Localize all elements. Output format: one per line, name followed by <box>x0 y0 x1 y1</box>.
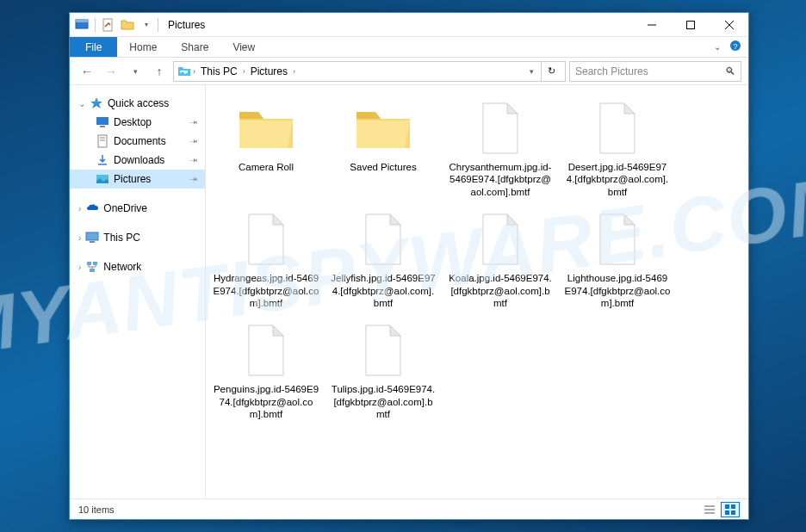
file-item[interactable]: Chrysanthemum.jpg.id-5469E974.[dfgkbtprz… <box>445 94 555 201</box>
chevron-right-icon[interactable]: › <box>293 67 295 76</box>
titlebar: ▾ Pictures <box>70 13 748 37</box>
addressbar: ← → ▾ ↑ › This PC › Pictures › ▾ ↻ Searc… <box>70 58 748 85</box>
view-details-button[interactable] <box>700 502 719 517</box>
minimize-button[interactable] <box>632 13 671 37</box>
item-count: 10 items <box>78 504 115 515</box>
breadcrumb-pictures[interactable]: Pictures <box>247 65 291 77</box>
sidebar-item-label: This PC <box>103 232 140 244</box>
star-icon <box>90 96 103 110</box>
item-label: Hydrangeas.jpg.id-5469E974.[dfgkbtprz@ao… <box>213 272 319 309</box>
file-item[interactable]: Hydrangeas.jpg.id-5469E974.[dfgkbtprz@ao… <box>211 205 321 312</box>
sidebar-item-label: OneDrive <box>103 202 147 214</box>
folder-item[interactable]: Camera Roll <box>211 94 321 201</box>
file-icon <box>586 208 648 270</box>
chevron-right-icon[interactable]: › <box>243 67 245 76</box>
svg-rect-4 <box>686 22 694 29</box>
svg-rect-19 <box>87 262 91 265</box>
ribbon-expand-icon[interactable]: ⌄ <box>714 42 721 52</box>
maximize-button[interactable] <box>671 13 710 37</box>
sidebar-item-documents[interactable]: Documents 📌︎ <box>70 132 205 151</box>
explorer-window: ▾ Pictures File Home Share View ⌄ ? ← → … <box>69 12 749 520</box>
folder-icon <box>235 97 297 159</box>
file-item[interactable]: Lighthouse.jpg.id-5469E974.[dfgkbtprz@ao… <box>562 205 673 312</box>
file-item[interactable]: Koala.jpg.id-5469E974.[dfgkbtprz@aol.com… <box>445 205 555 312</box>
item-label: Koala.jpg.id-5469E974.[dfgkbtprz@aol.com… <box>447 272 554 309</box>
qat-dropdown-icon[interactable]: ▾ <box>138 16 155 34</box>
close-button[interactable] <box>710 13 748 37</box>
file-item[interactable]: Tulips.jpg.id-5469E974.[dfgkbtprz@aol.co… <box>328 316 438 424</box>
sidebar-item-quick-access[interactable]: ⌄ Quick access <box>70 94 205 113</box>
forward-button[interactable]: → <box>101 61 121 82</box>
address-dropdown-icon[interactable]: ▾ <box>526 67 537 76</box>
tab-share[interactable]: Share <box>169 37 220 57</box>
svg-rect-27 <box>725 510 729 515</box>
svg-rect-26 <box>731 504 735 509</box>
search-icon: 🔍︎ <box>725 65 735 77</box>
chevron-right-icon: › <box>78 263 81 272</box>
tab-file[interactable]: File <box>70 37 117 57</box>
window-controls <box>632 13 748 36</box>
sidebar-item-label: Network <box>103 261 141 273</box>
view-icons-button[interactable] <box>721 502 740 517</box>
file-icon <box>352 319 414 381</box>
svg-rect-12 <box>98 135 107 147</box>
statusbar: 10 items <box>70 498 748 519</box>
svg-rect-21 <box>90 269 95 272</box>
file-item[interactable]: Penguins.jpg.id-5469E974.[dfgkbtprz@aol.… <box>211 316 321 424</box>
ribbon-tabs: File Home Share View ⌄ ? <box>70 37 748 58</box>
sidebar-item-label: Documents <box>114 135 166 147</box>
file-item[interactable]: Jellyfish.jpg.id-5469E974.[dfgkbtprz@aol… <box>328 205 438 312</box>
search-placeholder: Search Pictures <box>575 65 648 77</box>
item-label: Desert.jpg.id-5469E974.[dfgkbtprz@aol.co… <box>564 161 671 198</box>
folder-item[interactable]: Saved Pictures <box>328 94 438 201</box>
svg-rect-10 <box>96 117 108 125</box>
sidebar-item-label: Desktop <box>114 116 152 128</box>
svg-rect-1 <box>76 20 88 22</box>
svg-rect-18 <box>90 241 95 243</box>
file-icon <box>469 208 531 270</box>
up-button[interactable]: ↑ <box>149 61 170 82</box>
help-icon[interactable]: ? <box>729 40 741 55</box>
tab-view[interactable]: View <box>220 37 267 57</box>
downloads-icon <box>96 153 109 167</box>
tab-home[interactable]: Home <box>117 37 169 57</box>
items-view[interactable]: Camera RollSaved PicturesChrysanthemum.j… <box>206 85 748 498</box>
chevron-right-icon[interactable]: › <box>193 67 195 76</box>
chevron-right-icon: › <box>78 204 81 213</box>
item-label: Saved Pictures <box>350 161 416 173</box>
pin-icon: 📌︎ <box>188 154 201 167</box>
sidebar-item-pictures[interactable]: Pictures 📌︎ <box>70 170 205 189</box>
svg-rect-17 <box>86 232 98 240</box>
sidebar-item-label: Quick access <box>108 97 169 109</box>
sidebar-item-desktop[interactable]: Desktop 📌︎ <box>70 113 205 132</box>
explorer-icon[interactable] <box>73 16 90 34</box>
navigation-pane: ⌄ Quick access Desktop 📌︎ Documents 📌︎ D… <box>70 85 206 498</box>
content-area: ⌄ Quick access Desktop 📌︎ Documents 📌︎ D… <box>70 85 748 498</box>
sidebar-item-this-pc[interactable]: › This PC <box>70 228 205 247</box>
svg-text:?: ? <box>733 41 737 50</box>
sidebar-item-network[interactable]: › Network <box>70 257 205 276</box>
properties-icon[interactable] <box>100 16 117 34</box>
quick-access-toolbar: ▾ <box>70 13 155 36</box>
back-button[interactable]: ← <box>77 61 97 82</box>
svg-rect-25 <box>725 504 729 509</box>
svg-rect-11 <box>100 126 105 127</box>
refresh-button[interactable]: ↻ <box>541 62 561 81</box>
search-input[interactable]: Search Pictures 🔍︎ <box>569 61 741 82</box>
sidebar-item-onedrive[interactable]: › OneDrive <box>70 199 205 218</box>
breadcrumb-thispc[interactable]: This PC <box>197 65 241 77</box>
item-label: Jellyfish.jpg.id-5469E974.[dfgkbtprz@aol… <box>330 272 437 309</box>
item-label: Lighthouse.jpg.id-5469E974.[dfgkbtprz@ao… <box>564 272 671 309</box>
pin-icon: 📌︎ <box>188 173 201 186</box>
folder-icon <box>352 97 414 159</box>
chevron-down-icon: ⌄ <box>78 99 85 108</box>
folder-icon[interactable] <box>119 16 136 34</box>
recent-dropdown[interactable]: ▾ <box>125 61 146 82</box>
item-label: Camera Roll <box>239 161 294 173</box>
breadcrumb[interactable]: › This PC › Pictures › ▾ ↻ <box>173 61 566 82</box>
item-label: Penguins.jpg.id-5469E974.[dfgkbtprz@aol.… <box>213 383 319 420</box>
sidebar-item-downloads[interactable]: Downloads 📌︎ <box>70 151 205 170</box>
file-item[interactable]: Desert.jpg.id-5469E974.[dfgkbtprz@aol.co… <box>562 94 673 201</box>
item-label: Chrysanthemum.jpg.id-5469E974.[dfgkbtprz… <box>447 161 554 198</box>
file-icon <box>352 208 414 270</box>
